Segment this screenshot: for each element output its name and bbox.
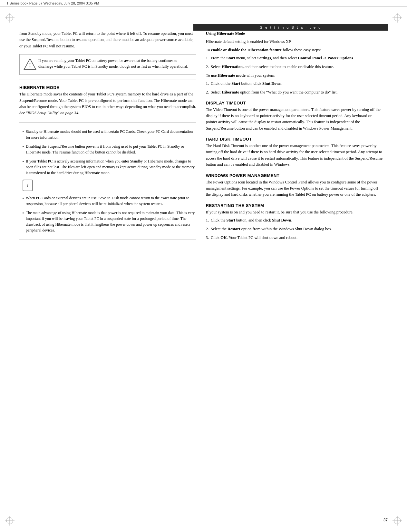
restart-step-2-text: Select the Restart option from within th… [211,226,332,232]
restart-step-3: 3. Click OK. Your Tablet PC will shut do… [206,235,383,241]
corner-mark-bl [5,516,15,526]
header-bar: G e t t i n g S t a r t e d [193,24,388,31]
bullet-list-2: When PC Cards or external devices are in… [19,195,196,233]
bullet-item-4: When PC Cards or external devices are in… [19,195,196,207]
use-steps-list: 1. Click on the Start button, click Shut… [206,81,383,95]
restart-step-1: 1. Click the Start button, and then clic… [206,217,383,223]
step-1-text: From the Start menu, select Settings, an… [211,55,354,61]
restart-step-num-1: 1. [206,217,209,223]
use-step-1: 1. Click on the Start button, click Shut… [206,81,383,87]
hibernate-see: See "BIOS Setup Utility" on page 34. [19,111,79,115]
restart-steps-list: 1. Click the Start button, and then clic… [206,217,383,241]
corner-mark-br [392,516,402,526]
use-hibernate-bold: use Hibernate mode [211,73,246,78]
hibernate-heading: HIBERNATE MODE [19,85,196,90]
hard-disk-text: The Hard Disk Timeout is another one of … [206,143,383,168]
enable-disable-bold: enable or disable the Hibernation featur… [211,48,282,52]
corner-mark-tl [5,13,15,23]
bullet-5-text: The main advantage of using Hibernate mo… [26,210,196,233]
restarting-heading: RESTARTING THE SYSTEM [206,203,383,208]
use-hibernate-label: To use Hibernate mode with your system: [206,73,383,79]
content-area: from Standby mode, your Tablet PC will r… [19,31,388,513]
corner-mark-tr [392,13,402,23]
warning-icon: ! [24,58,35,69]
using-hibernate-heading: Using Hibernate Mode [206,31,383,37]
intro-text: from Standby mode, your Tablet PC will r… [19,31,196,49]
right-column: Using Hibernate Mode Hibernate default s… [206,31,383,513]
bordered-bullet-list: Standby or Hibernate modes should not be… [19,123,196,240]
restart-step-num-2: 2. [206,226,209,232]
step-num-2: 2. [206,64,209,70]
use-step-2-text: Select Hibernate option from the “What d… [211,89,338,95]
bullet-item-5: The main advantage of using Hibernate mo… [19,210,196,233]
step-num-1: 1. [206,55,209,61]
bullet-1-text: Standby or Hibernate modes should not be… [26,129,196,140]
bullet-list: Standby or Hibernate modes should not be… [19,129,196,176]
bullet-2-text: Disabling the Suspend/Resume button prev… [26,143,196,155]
warning-note-text: If you are running your Tablet PC on bat… [38,58,192,69]
left-column: from Standby mode, your Tablet PC will r… [19,31,196,513]
hard-disk-heading: HARD DISK TIMEOUT [206,137,383,142]
topbar-text: T Series.book Page 37 Wednesday, July 28… [6,1,99,5]
enable-step-1: 1. From the Start menu, select Settings,… [206,55,383,61]
restart-step-1-text: Click the Start button, and then click S… [211,217,292,223]
header-title: G e t t i n g S t a r t e d [260,25,322,29]
use-step-2: 2. Select Hibernate option from the “Wha… [206,89,383,95]
bullet-item-3: If your Tablet PC is actively accessing … [19,158,196,176]
bullet-4-text: When PC Cards or external devices are in… [26,195,196,207]
enable-step-2: 2. Select Hibernation, and then select t… [206,64,383,70]
info-icon: i [23,180,33,191]
using-hibernate-heading-text: Using Hibernate Mode [206,31,245,36]
restart-step-3-text: Click OK. Your Tablet PC will shut down … [211,235,297,241]
windows-power-text: The Power Options icon located in the Wi… [206,179,383,198]
divider-1 [19,80,196,80]
use-step-1-text: Click on the Start button, click Shut Do… [211,81,283,87]
enable-steps-list: 1. From the Start menu, select Settings,… [206,55,383,70]
top-bar: T Series.book Page 37 Wednesday, July 28… [0,0,407,7]
using-hibernate-intro: Hibernate default setting is enabled for… [206,39,383,45]
use-step-num-1: 1. [206,81,209,87]
warning-note-box: ! If you are running your Tablet PC on b… [19,54,196,75]
bullet-item-2: Disabling the Suspend/Resume button prev… [19,143,196,155]
restarting-intro: If your system is on and you need to res… [206,209,383,215]
hibernate-text: The Hibernate mode saves the contents of… [19,91,196,116]
divider-2 [19,119,196,119]
restart-step-2: 2. Select the Restart option from within… [206,226,383,232]
restart-step-num-3: 3. [206,235,209,241]
page-container: T Series.book Page 37 Wednesday, July 28… [0,0,407,532]
bullet-3-text: If your Tablet PC is actively accessing … [26,158,196,176]
step-2-text: Select Hibernation, and then select the … [211,64,334,70]
page-number: 37 [383,518,388,522]
enable-disable-label: To enable or disable the Hibernation fea… [206,47,383,53]
use-step-num-2: 2. [206,89,209,95]
bullet-item-1: Standby or Hibernate modes should not be… [19,129,196,140]
svg-text:!: ! [29,62,31,69]
windows-power-heading: WINDOWS POWER MANAGEMENT [206,173,383,178]
display-timeout-heading: DISPLAY TIMEOUT [206,101,383,105]
display-timeout-text: The Video Timeout is one of the power ma… [206,107,383,132]
